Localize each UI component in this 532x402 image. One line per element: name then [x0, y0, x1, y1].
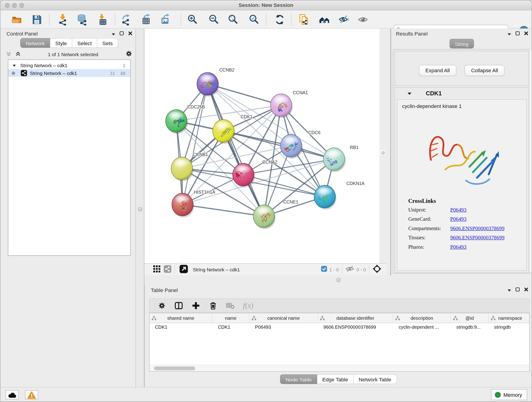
- warning-button[interactable]: [25, 390, 38, 400]
- collection-expander-icon[interactable]: [12, 62, 16, 68]
- memory-button[interactable]: Memory: [491, 389, 527, 400]
- tab-string[interactable]: String: [450, 39, 474, 49]
- gear-icon[interactable]: [125, 50, 133, 59]
- crosslink-link[interactable]: P06493: [450, 216, 467, 222]
- table-cell[interactable]: CDK1: [150, 323, 213, 332]
- panel-close-icon[interactable]: [524, 31, 529, 37]
- network-node-cdc6[interactable]: [280, 134, 303, 159]
- table-cell[interactable]: cyclin-dependent ...: [393, 323, 451, 332]
- export-network-icon[interactable]: [121, 14, 133, 26]
- network-edge[interactable]: [208, 84, 264, 216]
- panel-float-icon[interactable]: [515, 31, 520, 37]
- column-header-canonical-name[interactable]: canonical name: [249, 313, 318, 323]
- network-edge[interactable]: [182, 146, 291, 168]
- import-string-network-icon[interactable]: [298, 14, 310, 26]
- export-image-icon[interactable]: [159, 14, 171, 26]
- add-column-icon[interactable]: [191, 301, 201, 310]
- selected-checkbox-icon[interactable]: [321, 266, 327, 274]
- column-header--id[interactable]: @id: [451, 313, 489, 323]
- glass-ball-effect-icon[interactable]: [357, 14, 369, 26]
- panel-close-icon[interactable]: [524, 287, 529, 293]
- network-node-hist1h1a[interactable]: [172, 193, 194, 217]
- network-node-cdc25b[interactable]: [166, 110, 188, 134]
- tab-node-table[interactable]: Node Table: [280, 375, 317, 384]
- network-node-ccne1[interactable]: [253, 205, 276, 229]
- panel-minimize-icon[interactable]: [507, 287, 511, 293]
- canvas-vertical-scrollbar[interactable]: [380, 29, 386, 264]
- zoom-selected-icon[interactable]: [249, 14, 260, 26]
- zoom-fit-icon[interactable]: [228, 14, 239, 26]
- save-session-icon[interactable]: [31, 14, 43, 26]
- panel-minimize-icon[interactable]: [111, 31, 115, 37]
- crosslink-link[interactable]: P06493: [450, 244, 467, 250]
- cloud-button[interactable]: [6, 390, 19, 400]
- import-table-file-icon[interactable]: [97, 14, 109, 26]
- panel-minimize-icon[interactable]: [507, 31, 511, 37]
- network-edge[interactable]: [183, 84, 208, 205]
- zoom-out-icon[interactable]: [208, 14, 220, 26]
- zoom-in-icon[interactable]: [187, 14, 199, 26]
- hidden-eye-icon[interactable]: [345, 265, 354, 274]
- column-header-shared-name[interactable]: shared name: [150, 313, 213, 323]
- refresh-icon[interactable]: [274, 14, 286, 26]
- import-network-database-icon[interactable]: [76, 14, 88, 26]
- network-node-cdkn1a[interactable]: [314, 185, 336, 210]
- column-header-database-identifier[interactable]: database identifier: [318, 313, 393, 323]
- table-cell[interactable]: CDK1: [212, 323, 249, 332]
- delete-column-icon[interactable]: [209, 301, 218, 310]
- table-cell[interactable]: 9606.ENSP00000378699: [318, 323, 393, 332]
- birdseye-view-icon[interactable]: [153, 265, 161, 274]
- string-home-icon[interactable]: [319, 14, 330, 26]
- panel-close-icon[interactable]: [128, 31, 133, 37]
- network-node-ccna2[interactable]: [233, 163, 255, 188]
- open-in-window-icon[interactable]: [179, 264, 188, 274]
- expand-all-icon[interactable]: [15, 51, 21, 58]
- delete-table-icon[interactable]: [226, 301, 235, 310]
- results-scrollbar[interactable]: [529, 49, 532, 273]
- collapse-all-button[interactable]: Collapse All: [465, 65, 505, 76]
- tab-sets[interactable]: Sets: [97, 38, 119, 48]
- panel-float-icon[interactable]: [515, 287, 520, 293]
- table-cell[interactable]: stringdb: [489, 323, 530, 332]
- table-gear-icon[interactable]: [158, 302, 166, 310]
- scrollbar-thumb[interactable]: [380, 150, 386, 156]
- tab-network-table[interactable]: Network Table: [354, 375, 397, 384]
- import-network-file-icon[interactable]: [57, 14, 69, 26]
- column-header-description[interactable]: description: [393, 313, 451, 323]
- crosslink-link[interactable]: 9606.ENSP00000378699: [450, 225, 505, 231]
- collapse-all-icon[interactable]: [6, 51, 12, 58]
- expand-all-button[interactable]: Expand All: [419, 65, 456, 76]
- network-node-cdk1[interactable]: [213, 120, 235, 144]
- horizontal-splitter[interactable]: [144, 275, 532, 285]
- tab-style[interactable]: Style: [50, 38, 72, 48]
- tab-edge-table[interactable]: Edge Table: [317, 375, 354, 384]
- network-row[interactable]: String Network – cdk1 11 48: [8, 69, 130, 77]
- split-columns-icon[interactable]: [174, 301, 183, 310]
- crosslink-link[interactable]: 9606.ENSP00000378699: [450, 235, 505, 241]
- network-graph[interactable]: CCNB2CCNA1CDC25BCDK1CDC6RB1CCNB1CCNA2CDK…: [144, 29, 380, 264]
- reposition-icon[interactable]: [373, 264, 381, 275]
- network-node-rb1[interactable]: [323, 148, 346, 172]
- scrollbar-thumb[interactable]: [154, 366, 195, 370]
- crosslink-link[interactable]: P06493: [450, 207, 467, 213]
- splitter-handle[interactable]: [336, 278, 341, 282]
- panel-float-icon[interactable]: [119, 31, 124, 37]
- column-header-namespace[interactable]: namespace: [489, 313, 530, 323]
- hide-glass-effect-icon[interactable]: [338, 14, 350, 26]
- column-header-name[interactable]: name: [212, 313, 249, 323]
- network-node-ccna1[interactable]: [271, 94, 293, 118]
- table-cell[interactable]: P06493: [249, 323, 318, 332]
- table-row[interactable]: CDK1CDK1P064939606.ENSP00000378699cyclin…: [150, 323, 530, 332]
- network-canvas[interactable]: CCNB2CCNA1CDC25BCDK1CDC6RB1CCNB1CCNA2CDK…: [144, 29, 380, 264]
- export-table-icon[interactable]: [141, 14, 152, 26]
- tab-network[interactable]: Network: [20, 38, 50, 48]
- table-horizontal-scrollbar[interactable]: [150, 365, 530, 371]
- table-cell[interactable]: stringdb:9...: [451, 323, 489, 332]
- tab-select[interactable]: Select: [72, 38, 97, 48]
- network-collection-row[interactable]: String Network – cdk1 1: [8, 61, 130, 69]
- network-badge-icon[interactable]: [164, 265, 172, 274]
- section-expander-icon[interactable]: [407, 90, 412, 97]
- network-edge[interactable]: [183, 205, 264, 216]
- splitter-handle[interactable]: [138, 207, 143, 211]
- network-edge[interactable]: [223, 131, 334, 159]
